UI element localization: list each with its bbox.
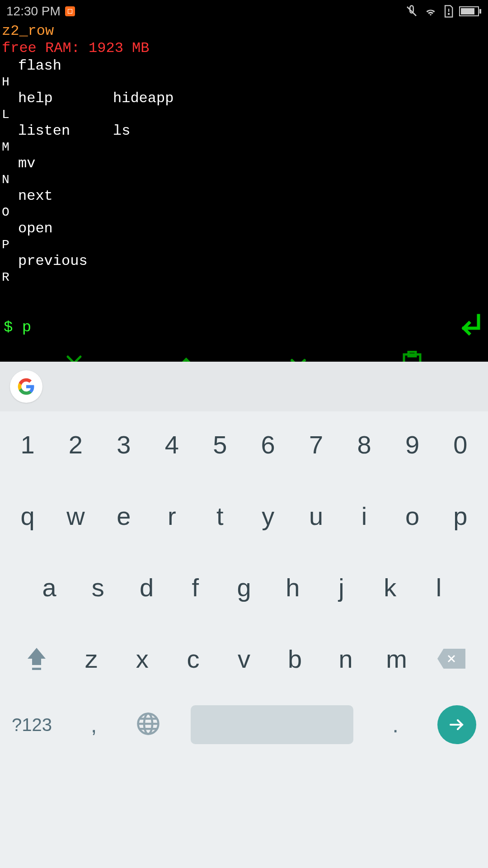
sim-alert-icon bbox=[443, 5, 454, 18]
command-item[interactable]: ls bbox=[113, 123, 130, 140]
key-j[interactable]: j bbox=[319, 562, 365, 612]
command-row: flash bbox=[2, 57, 488, 75]
section-letter: R bbox=[2, 270, 488, 285]
key-i[interactable]: i bbox=[341, 491, 387, 541]
key-7[interactable]: 7 bbox=[293, 420, 339, 469]
mute-icon bbox=[405, 5, 418, 18]
svg-rect-4 bbox=[479, 9, 481, 14]
key-6[interactable]: 6 bbox=[245, 420, 291, 469]
arrow-right-icon bbox=[447, 715, 467, 735]
keyboard-row-top: qwertyuiop bbox=[5, 491, 483, 541]
command-row: listenls bbox=[2, 123, 488, 140]
key-h[interactable]: h bbox=[270, 562, 316, 612]
key-e[interactable]: e bbox=[101, 491, 147, 541]
google-icon bbox=[17, 377, 35, 396]
key-p[interactable]: p bbox=[437, 491, 483, 541]
key-s[interactable]: s bbox=[75, 562, 121, 612]
command-row: helphideapp bbox=[2, 90, 488, 107]
ram-status: free RAM: 1923 MB bbox=[0, 40, 488, 57]
command-row: next bbox=[2, 188, 488, 205]
prompt-row: $ p bbox=[0, 285, 488, 343]
prompt-text[interactable]: $ p bbox=[4, 318, 31, 337]
svg-point-1 bbox=[448, 14, 449, 14]
status-time: 12:30 PM bbox=[6, 4, 61, 19]
battery-icon bbox=[459, 6, 482, 17]
command-item[interactable]: previous bbox=[18, 253, 113, 270]
go-key[interactable] bbox=[437, 705, 476, 744]
key-u[interactable]: u bbox=[293, 491, 339, 541]
section-letter: O bbox=[2, 205, 488, 220]
globe-icon bbox=[136, 712, 160, 736]
key-t[interactable]: t bbox=[197, 491, 243, 541]
period-key[interactable]: . bbox=[384, 712, 407, 737]
key-d[interactable]: d bbox=[124, 562, 170, 612]
key-5[interactable]: 5 bbox=[197, 420, 243, 469]
key-c[interactable]: c bbox=[170, 634, 216, 684]
command-list: flashHhelphideappLlistenlsMmvNnextOopenP… bbox=[0, 57, 488, 285]
key-y[interactable]: y bbox=[245, 491, 291, 541]
command-item[interactable]: next bbox=[18, 188, 113, 205]
section-letter: N bbox=[2, 172, 488, 188]
shift-icon bbox=[26, 646, 47, 671]
section-letter: H bbox=[2, 75, 488, 90]
status-bar: 12:30 PM bbox=[0, 0, 488, 23]
space-key[interactable] bbox=[191, 705, 353, 744]
key-k[interactable]: k bbox=[367, 562, 413, 612]
shift-key[interactable] bbox=[7, 646, 66, 671]
keyboard: 1234567890 qwertyuiop asdfghjkl zxcvbnm … bbox=[0, 362, 488, 868]
google-search-button[interactable] bbox=[10, 370, 42, 403]
key-l[interactable]: l bbox=[416, 562, 462, 612]
backspace-icon bbox=[437, 649, 465, 669]
command-row: previous bbox=[2, 253, 488, 270]
key-o[interactable]: o bbox=[389, 491, 436, 541]
key-m[interactable]: m bbox=[374, 634, 420, 684]
language-key[interactable] bbox=[136, 712, 160, 738]
keyboard-row-bottom: zxcvbnm bbox=[5, 634, 483, 684]
command-row: mv bbox=[2, 155, 488, 172]
key-0[interactable]: 0 bbox=[437, 420, 483, 469]
command-item[interactable]: flash bbox=[18, 57, 113, 75]
command-item[interactable]: help bbox=[18, 90, 113, 107]
key-r[interactable]: r bbox=[149, 491, 195, 541]
command-item[interactable]: listen bbox=[18, 123, 113, 140]
keyboard-bottom-row: ?123 , . bbox=[0, 705, 488, 758]
key-a[interactable]: a bbox=[26, 562, 72, 612]
wifi-icon bbox=[424, 6, 437, 17]
section-letter: L bbox=[2, 107, 488, 123]
app-title: z2_row bbox=[0, 23, 488, 40]
symbols-key[interactable]: ?123 bbox=[12, 715, 52, 735]
key-4[interactable]: 4 bbox=[149, 420, 195, 469]
enter-icon[interactable] bbox=[456, 312, 482, 343]
key-8[interactable]: 8 bbox=[341, 420, 387, 469]
key-1[interactable]: 1 bbox=[5, 420, 51, 469]
terminal[interactable]: z2_row free RAM: 1923 MB flashHhelphidea… bbox=[0, 23, 488, 343]
key-q[interactable]: q bbox=[5, 491, 51, 541]
key-2[interactable]: 2 bbox=[52, 420, 99, 469]
status-right bbox=[405, 5, 482, 18]
command-item[interactable]: mv bbox=[18, 155, 113, 172]
keyboard-top-bar bbox=[0, 362, 488, 411]
svg-rect-9 bbox=[32, 668, 41, 670]
command-row: open bbox=[2, 220, 488, 237]
notification-indicator-icon bbox=[65, 6, 75, 16]
section-letter: P bbox=[2, 237, 488, 253]
key-9[interactable]: 9 bbox=[389, 420, 436, 469]
key-g[interactable]: g bbox=[221, 562, 267, 612]
section-letter: M bbox=[2, 140, 488, 155]
key-v[interactable]: v bbox=[221, 634, 267, 684]
keyboard-row-numbers: 1234567890 bbox=[5, 420, 483, 469]
key-w[interactable]: w bbox=[52, 491, 99, 541]
comma-key[interactable]: , bbox=[83, 712, 105, 737]
key-f[interactable]: f bbox=[172, 562, 218, 612]
command-item[interactable]: hideapp bbox=[113, 90, 174, 107]
command-item[interactable]: open bbox=[18, 220, 113, 237]
key-b[interactable]: b bbox=[272, 634, 318, 684]
keyboard-rows: 1234567890 qwertyuiop asdfghjkl zxcvbnm bbox=[0, 411, 488, 684]
svg-rect-3 bbox=[461, 8, 474, 14]
key-z[interactable]: z bbox=[68, 634, 114, 684]
key-x[interactable]: x bbox=[119, 634, 165, 684]
key-3[interactable]: 3 bbox=[101, 420, 147, 469]
backspace-key[interactable] bbox=[422, 649, 481, 669]
key-n[interactable]: n bbox=[323, 634, 369, 684]
keyboard-row-middle: asdfghjkl bbox=[5, 562, 483, 612]
